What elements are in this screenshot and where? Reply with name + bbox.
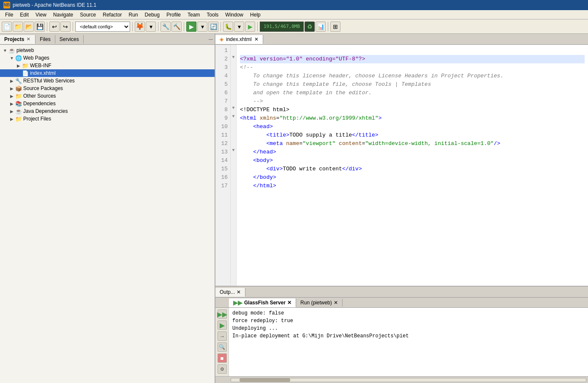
output-search-btn[interactable]: 🔍 [218, 342, 227, 352]
code-content[interactable]: <?xml version="1.0" encoding="UTF-8"?> <… [237, 45, 588, 286]
expander-pietweb[interactable]: ▼ [2, 47, 8, 54]
tree-item-other-sources[interactable]: ▶ 📁 Other Sources [0, 92, 215, 100]
tab-projects-label: Projects [4, 36, 24, 42]
tree-item-java-deps[interactable]: ▶ ☕ Java Dependencies [0, 107, 215, 115]
expander-web-pages[interactable]: ▼ [8, 55, 15, 61]
editor-tab-bar: ◈ index.xhtml ✕ [215, 34, 588, 45]
reload-button[interactable]: 🔄 [208, 22, 218, 32]
output-tab-close[interactable]: ✕ [237, 289, 241, 295]
web-inf-icon: 📁 [22, 62, 29, 69]
output-sub-tabs: ▶▶ GlassFish Server ✕ Run (pietweb) ✕ [215, 298, 588, 308]
output-tab-main-label: Outp... [220, 289, 235, 295]
code-editor[interactable]: 1 2 3 4 5 6 7 8 9 10 11 12 13 14 15 16 1… [215, 45, 588, 286]
output-run2-btn[interactable]: ▶ [218, 320, 227, 330]
menu-navigate[interactable]: Navigate [50, 11, 76, 19]
config-dropdown[interactable]: <default config> [75, 22, 130, 32]
editor-tab-index-xhtml[interactable]: ◈ index.xhtml ✕ [215, 35, 263, 44]
tab-files[interactable]: Files [35, 35, 55, 44]
menu-refactor[interactable]: Refactor [99, 11, 125, 19]
output-run-btn[interactable]: ▶▶ [218, 309, 227, 319]
tree-label-index-xhtml: index.xhtml [30, 70, 56, 76]
tab-projects[interactable]: Projects ✕ [0, 35, 35, 44]
browser-button[interactable]: 🦊 [135, 22, 145, 32]
right-panel: ◈ index.xhtml ✕ 1 2 3 4 5 6 7 8 9 10 11 … [215, 34, 588, 383]
tab-projects-close[interactable]: ✕ [26, 37, 31, 42]
browser-dropdown[interactable]: ▾ [146, 22, 156, 32]
separator-1 [47, 22, 47, 31]
output-tab-main[interactable]: Outp... ✕ [215, 288, 245, 297]
new-project-button[interactable]: 📁 [13, 22, 23, 32]
hscroll-thumb[interactable] [240, 378, 290, 382]
build-button[interactable]: 🔨 [172, 22, 182, 32]
menu-edit[interactable]: Edit [16, 11, 32, 19]
menu-debug[interactable]: Debug [142, 11, 163, 19]
tree-item-web-pages[interactable]: ▼ 🌐 Web Pages [0, 54, 215, 62]
debug-button[interactable]: 🐛 [223, 22, 233, 32]
save-button[interactable]: 💾 [35, 22, 45, 32]
run-dropdown[interactable]: ▾ [197, 22, 207, 32]
editor-tab-close[interactable]: ✕ [254, 36, 259, 42]
menu-source[interactable]: Source [76, 11, 99, 19]
output-arrow-btn[interactable]: → [218, 331, 227, 341]
panel-minimize-button[interactable]: — [209, 37, 213, 41]
menu-profile[interactable]: Profile [163, 11, 184, 19]
output-sidebar: ▶▶ ▶ → 🔍 ■ ⚙ [215, 308, 229, 376]
tree-item-web-inf[interactable]: ▶ 📁 WEB-INF [0, 62, 215, 69]
tree-item-pietweb[interactable]: ▼ ☕ pietweb [0, 47, 215, 54]
gc-button[interactable]: ♻ [305, 22, 315, 32]
new-file-button[interactable]: 📄 [2, 22, 12, 32]
output-subtab-glassfish[interactable]: ▶▶ GlassFish Server ✕ [229, 298, 296, 307]
output-content: debug mode: false force redeploy: true U… [229, 308, 588, 376]
expander-source-packages[interactable]: ▶ [8, 85, 15, 92]
run-tab-close[interactable]: ✕ [334, 300, 338, 306]
tree-item-project-files[interactable]: ▶ 📁 Project Files [0, 115, 215, 123]
menu-file[interactable]: File [2, 11, 16, 19]
expander-other-sources[interactable]: ▶ [8, 93, 15, 99]
undo-button[interactable]: ↩ [49, 22, 60, 32]
xhtml-file-icon: ◈ [220, 36, 223, 42]
expander-java-deps[interactable]: ▶ [8, 108, 15, 115]
output-subtab-glassfish-label: GlassFish Server [244, 300, 286, 306]
open-project-button[interactable]: 📂 [24, 22, 34, 32]
tree-item-source-packages[interactable]: ▶ 📦 Source Packages [0, 85, 215, 92]
tree-item-index-xhtml[interactable]: 📄 index.xhtml [0, 69, 215, 77]
menu-window[interactable]: Window [222, 11, 247, 19]
menu-run[interactable]: Run [125, 11, 142, 19]
menu-view[interactable]: View [32, 11, 50, 19]
run-button[interactable]: ▶ [186, 22, 196, 32]
tree-item-dependencies[interactable]: ▶ 📚 Dependencies [0, 100, 215, 107]
hscroll-track[interactable] [231, 378, 586, 382]
output-line-3: Undeploying ... [232, 325, 585, 332]
left-tab-bar: Projects ✕ Files Services — [0, 34, 215, 45]
expander-project-files[interactable]: ▶ [8, 115, 15, 122]
line-numbers: 1 2 3 4 5 6 7 8 9 10 11 12 13 14 15 16 1… [215, 45, 231, 286]
toolbar: 📄 📁 📂 💾 ↩ ↪ <default config> 🦊 ▾ 🔧 🔨 ▶ ▾… [0, 19, 588, 34]
tree-item-restful[interactable]: ▶ 🔧 RESTful Web Services [0, 77, 215, 85]
output-area: ▶▶ ▶ → 🔍 ■ ⚙ debug mode: false force red… [215, 308, 588, 376]
output-config-btn[interactable]: ⚙ [218, 364, 227, 374]
output-tab-bar: Outp... ✕ [215, 287, 588, 298]
more-button[interactable]: ⊞ [330, 22, 340, 32]
menu-team[interactable]: Team [184, 11, 203, 19]
project-files-icon: 📁 [15, 115, 22, 122]
title-text: pietweb - Apache NetBeans IDE 11.1 [13, 2, 96, 8]
expander-restful[interactable]: ▶ [8, 77, 15, 84]
output-subtab-run[interactable]: Run (pietweb) ✕ [296, 299, 343, 306]
debug-dropdown[interactable]: ▾ [234, 22, 244, 32]
expander-dependencies[interactable]: ▶ [8, 100, 15, 107]
java-deps-icon: ☕ [15, 108, 22, 115]
redo-button[interactable]: ↪ [60, 22, 71, 32]
output-line-4: In-place deployment at G:\Mijn Drive\Net… [232, 332, 585, 340]
tab-services[interactable]: Services [55, 35, 84, 44]
menu-tools[interactable]: Tools [203, 11, 222, 19]
expander-web-inf[interactable]: ▶ [15, 62, 22, 69]
tree-label-web-inf: WEB-INF [30, 63, 52, 68]
separator-4 [158, 22, 158, 31]
glassfish-tab-close[interactable]: ✕ [287, 300, 291, 306]
output-scrollbar[interactable] [215, 376, 588, 383]
output-stop-btn[interactable]: ■ [218, 353, 227, 363]
menu-help[interactable]: Help [247, 11, 264, 19]
monitor-button[interactable]: 📊 [316, 22, 326, 32]
tools-button[interactable]: 🔧 [161, 22, 171, 32]
profile-button[interactable]: ▶ [245, 22, 255, 32]
